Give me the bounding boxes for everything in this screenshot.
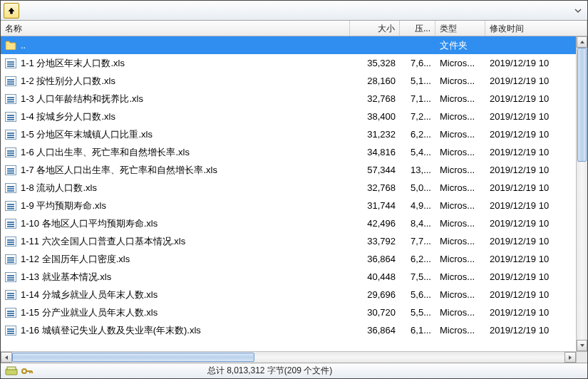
file-size: 38,400 — [350, 111, 400, 122]
file-row[interactable]: 1-16 城镇登记失业人数及失业率(年末数).xls36,8646,1...Mi… — [1, 321, 576, 339]
scroll-corner — [576, 352, 587, 363]
xls-icon — [5, 76, 16, 87]
file-name: 1-15 分产业就业人员年末人数.xls — [21, 306, 158, 319]
file-name: 1-9 平均预期寿命.xls — [21, 199, 106, 212]
file-compressed: 7,6... — [400, 58, 435, 68]
file-date: 2019/12/19 10 — [485, 58, 576, 68]
xls-icon — [5, 182, 16, 194]
file-compressed: 6,2... — [400, 254, 435, 264]
file-size: 32,768 — [350, 93, 400, 104]
file-name: 1-12 全国历年人口密度.xls — [21, 253, 130, 266]
file-row[interactable]: 1-12 全国历年人口密度.xls36,8646,2...Micros...20… — [1, 250, 576, 268]
vertical-scrollbar[interactable] — [576, 36, 587, 351]
file-size: 33,792 — [350, 236, 400, 246]
scroll-down-button[interactable] — [577, 340, 587, 351]
file-row[interactable]: 1-4 按城乡分人口数.xls38,4007,2...Micros...2019… — [1, 108, 576, 125]
file-size: 35,328 — [350, 58, 400, 68]
file-compressed: 5,4... — [400, 147, 435, 157]
file-date: 2019/12/19 10 — [485, 111, 576, 122]
up-button[interactable] — [4, 3, 19, 19]
file-row[interactable]: 1-11 六次全国人口普查人口基本情况.xls33,7927,7...Micro… — [1, 232, 576, 250]
file-date: 2019/12/19 10 — [485, 147, 576, 157]
scroll-left-button[interactable] — [1, 352, 12, 363]
list-area: .. 文件夹 1-1 分地区年末人口数.xls35,3287,6...Micro… — [1, 36, 587, 351]
file-date: 2019/12/19 10 — [485, 165, 576, 175]
file-row[interactable]: 1-10 各地区人口平均预期寿命.xls42,4968,4...Micros..… — [1, 214, 576, 232]
xls-icon — [5, 93, 16, 105]
file-compressed: 4,9... — [400, 200, 435, 211]
file-type: Micros... — [435, 200, 485, 211]
file-row[interactable]: 1-13 就业基本情况.xls40,4487,5...Micros...2019… — [1, 268, 576, 286]
file-date: 2019/12/19 10 — [485, 76, 576, 86]
file-compressed: 5,0... — [400, 182, 435, 193]
parent-folder-row[interactable]: .. 文件夹 — [1, 36, 576, 54]
file-name: 1-5 分地区年末城镇人口比重.xls — [21, 128, 153, 141]
file-row[interactable]: 1-15 分产业就业人员年末人数.xls30,7205,5...Micros..… — [1, 303, 576, 321]
scroll-up-button[interactable] — [577, 36, 587, 48]
hscroll-thumb[interactable] — [12, 353, 254, 362]
file-compressed: 7,1... — [400, 93, 435, 104]
file-row[interactable]: 1-8 流动人口数.xls32,7685,0...Micros...2019/1… — [1, 179, 576, 197]
file-date: 2019/12/19 10 — [485, 289, 576, 300]
file-row[interactable]: 1-5 分地区年末城镇人口比重.xls31,2326,2...Micros...… — [1, 125, 576, 143]
file-type: Micros... — [435, 111, 485, 122]
header-compressed[interactable]: 压... — [400, 21, 435, 36]
file-list[interactable]: .. 文件夹 1-1 分地区年末人口数.xls35,3287,6...Micro… — [1, 36, 576, 351]
file-name: 1-2 按性别分人口数.xls — [21, 75, 115, 88]
scroll-track[interactable] — [577, 48, 587, 340]
file-name: 1-4 按城乡分人口数.xls — [21, 110, 115, 123]
file-size: 29,696 — [350, 289, 400, 300]
file-row[interactable]: 1-14 分城乡就业人员年末人数.xls29,6965,6...Micros..… — [1, 286, 576, 303]
file-compressed: 6,1... — [400, 325, 435, 336]
file-type: Micros... — [435, 129, 485, 140]
xls-icon — [5, 236, 16, 247]
file-name: 1-10 各地区人口平均预期寿命.xls — [21, 217, 158, 230]
file-row[interactable]: 1-1 分地区年末人口数.xls35,3287,6...Micros...201… — [1, 54, 576, 72]
file-type: Micros... — [435, 58, 485, 68]
file-compressed: 6,2... — [400, 129, 435, 140]
file-size: 36,864 — [350, 254, 400, 264]
scroll-right-button[interactable] — [564, 352, 576, 363]
key-icon — [21, 366, 33, 376]
xls-icon — [5, 200, 16, 212]
svg-rect-1 — [7, 367, 16, 370]
xls-icon — [5, 271, 16, 283]
file-size: 32,768 — [350, 182, 400, 193]
file-size: 34,816 — [350, 147, 400, 157]
parent-folder-name: .. — [21, 40, 26, 51]
file-date: 2019/12/19 10 — [485, 200, 576, 211]
header-type[interactable]: 类型 — [435, 21, 485, 36]
header-size[interactable]: 大小 — [350, 21, 400, 36]
file-date: 2019/12/19 10 — [485, 325, 576, 336]
header-modified[interactable]: 修改时间 — [485, 21, 587, 36]
xls-icon — [5, 218, 16, 229]
file-date: 2019/12/19 10 — [485, 254, 576, 264]
horizontal-scrollbar[interactable] — [1, 351, 587, 363]
file-name: 1-16 城镇登记失业人数及失业率(年末数).xls — [21, 324, 201, 337]
file-row[interactable]: 1-2 按性别分人口数.xls28,1605,1...Micros...2019… — [1, 72, 576, 90]
hscroll-track[interactable] — [12, 352, 564, 363]
file-row[interactable]: 1-9 平均预期寿命.xls31,7444,9...Micros...2019/… — [1, 197, 576, 214]
toolbar — [1, 1, 587, 21]
file-compressed: 7,7... — [400, 236, 435, 246]
xls-icon — [5, 111, 16, 123]
scroll-thumb[interactable] — [577, 48, 587, 162]
file-type: Micros... — [435, 165, 485, 175]
file-row[interactable]: 1-7 各地区人口出生率、死亡率和自然增长率.xls57,34413,...Mi… — [1, 161, 576, 179]
parent-folder-type: 文件夹 — [435, 39, 485, 52]
header-name[interactable]: 名称 — [1, 21, 350, 36]
file-size: 31,232 — [350, 129, 400, 140]
file-type: Micros... — [435, 271, 485, 282]
status-bar: 总计 8,013,312 字节(209 个文件) — [1, 363, 587, 378]
file-size: 57,344 — [350, 165, 400, 175]
file-row[interactable]: 1-3 人口年龄结构和抚养比.xls32,7687,1...Micros...2… — [1, 90, 576, 108]
xls-icon — [5, 325, 16, 336]
xls-icon — [5, 289, 16, 301]
file-type: Micros... — [435, 147, 485, 157]
file-type: Micros... — [435, 307, 485, 318]
chevron-down-icon[interactable] — [574, 7, 582, 14]
xls-icon — [5, 147, 16, 158]
file-row[interactable]: 1-6 人口出生率、死亡率和自然增长率.xls34,8165,4...Micro… — [1, 143, 576, 161]
file-compressed: 7,2... — [400, 111, 435, 122]
file-name: 1-1 分地区年末人口数.xls — [21, 57, 125, 70]
